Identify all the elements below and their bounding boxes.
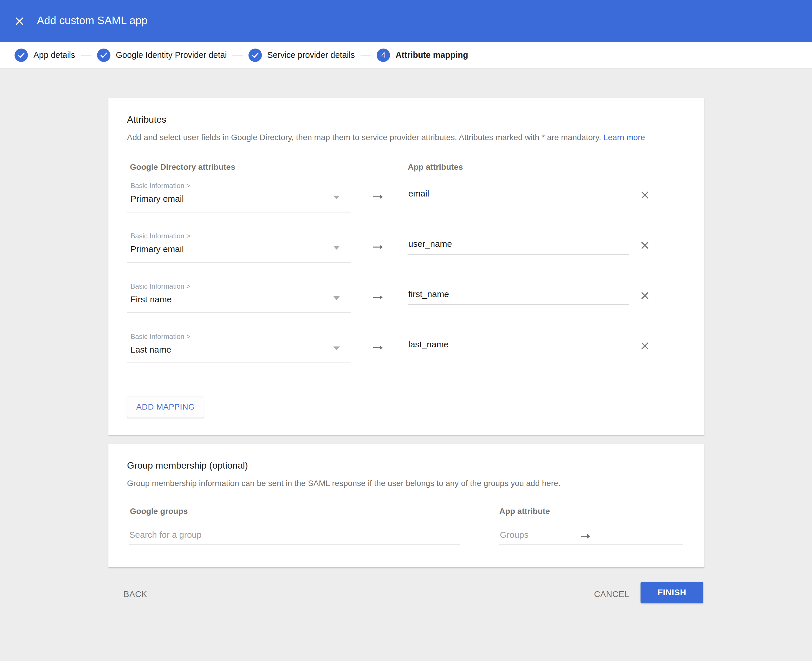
- arrow-right-icon: [372, 341, 384, 354]
- step-complete-icon: [97, 48, 110, 62]
- app-attribute-header: App attribute: [499, 507, 550, 516]
- step-attribute-mapping[interactable]: 4 Attribute mapping: [376, 48, 468, 62]
- directory-attribute-select[interactable]: Primary email: [127, 242, 351, 263]
- attribute-category-label: Basic Information >: [131, 282, 190, 291]
- dialog-title: Add custom SAML app: [37, 14, 148, 27]
- app-attribute-field: [408, 186, 629, 204]
- select-underline: [127, 212, 351, 212]
- remove-mapping-icon[interactable]: [637, 287, 653, 304]
- group-card-description: Group membership information can be sent…: [127, 479, 561, 488]
- attribute-category-label: Basic Information >: [131, 332, 190, 341]
- attribute-category-label: Basic Information >: [131, 232, 190, 240]
- close-x-glyph: [14, 16, 25, 27]
- caret-down-icon: [333, 346, 340, 350]
- back-button[interactable]: BACK: [123, 589, 147, 599]
- step-label: App details: [34, 50, 75, 60]
- step-label: Google Identity Provider details: [116, 50, 227, 60]
- remove-mapping-icon[interactable]: [637, 338, 653, 354]
- mapping-row: Basic Information > First name: [108, 282, 705, 332]
- group-membership-card: Group membership (optional) Group member…: [108, 444, 705, 567]
- selected-attribute-value: Primary email: [131, 194, 183, 204]
- step-complete-icon: [249, 48, 262, 62]
- arrow-right-icon: [372, 241, 384, 254]
- mapping-row: Basic Information > Primary email: [108, 232, 705, 282]
- step-service-provider-details[interactable]: Service provider details: [249, 48, 355, 62]
- mapping-row: Basic Information > Primary email: [108, 182, 705, 232]
- selected-attribute-value: First name: [131, 294, 172, 304]
- attributes-card-title: Attributes: [127, 114, 166, 125]
- arrow-right-icon: [372, 190, 384, 203]
- close-icon[interactable]: [13, 15, 26, 27]
- arrow-right-icon: [372, 291, 384, 304]
- directory-attribute-select[interactable]: Primary email: [127, 192, 351, 212]
- remove-mapping-icon[interactable]: [637, 237, 653, 254]
- remove-mapping-icon[interactable]: [637, 187, 653, 203]
- step-connector: [361, 55, 371, 56]
- step-number-badge: 4: [376, 48, 390, 62]
- groups-attribute-input[interactable]: [499, 528, 683, 545]
- learn-more-link[interactable]: Learn more: [603, 133, 645, 142]
- add-custom-saml-app-dialog: Add custom SAML app App details Google I…: [0, 0, 812, 661]
- caret-down-icon: [333, 296, 340, 300]
- app-attribute-input[interactable]: [408, 236, 629, 255]
- selected-attribute-value: Last name: [131, 345, 171, 354]
- app-attribute-input[interactable]: [408, 287, 629, 305]
- google-directory-attributes-header: Google Directory attributes: [130, 163, 235, 172]
- wizard-stepper: App details Google Identity Provider det…: [0, 42, 812, 68]
- app-attribute-field: [408, 337, 629, 355]
- step-google-idp-details[interactable]: Google Identity Provider details: [97, 48, 227, 62]
- directory-attribute-select[interactable]: Last name: [127, 342, 351, 363]
- attributes-description-text: Add and select user fields in Google Dir…: [127, 133, 601, 142]
- select-underline: [127, 312, 351, 313]
- groups-attribute-field: [499, 528, 683, 545]
- select-underline: [127, 262, 351, 263]
- step-label: Attribute mapping: [396, 50, 468, 60]
- mapping-row: Basic Information > Last name: [108, 332, 705, 383]
- finish-button[interactable]: FINISH: [641, 582, 703, 603]
- app-attribute-input[interactable]: [408, 186, 629, 204]
- select-underline: [127, 362, 351, 363]
- step-app-details[interactable]: App details: [14, 48, 75, 62]
- group-card-title: Group membership (optional): [127, 460, 248, 471]
- step-connector: [81, 55, 91, 56]
- attribute-category-label: Basic Information >: [131, 182, 190, 190]
- group-search-field: [129, 528, 460, 545]
- selected-attribute-value: Primary email: [131, 244, 183, 254]
- dialog-header: Add custom SAML app: [0, 0, 812, 42]
- cancel-button[interactable]: CANCEL: [594, 589, 629, 599]
- app-attribute-field: [408, 236, 629, 255]
- group-search-input[interactable]: [129, 528, 460, 545]
- app-attributes-header: App attributes: [408, 163, 463, 172]
- attributes-card: Attributes Add and select user fields in…: [108, 98, 705, 435]
- app-attribute-field: [408, 287, 629, 305]
- add-mapping-button[interactable]: ADD MAPPING: [127, 396, 204, 418]
- directory-attribute-select[interactable]: First name: [127, 292, 351, 313]
- app-attribute-input[interactable]: [408, 337, 629, 355]
- step-label: Service provider details: [267, 50, 355, 60]
- google-groups-header: Google groups: [130, 507, 188, 516]
- step-complete-icon: [14, 48, 28, 62]
- attributes-card-description: Add and select user fields in Google Dir…: [127, 133, 645, 142]
- step-connector: [232, 55, 243, 56]
- caret-down-icon: [333, 246, 340, 250]
- caret-down-icon: [333, 196, 340, 200]
